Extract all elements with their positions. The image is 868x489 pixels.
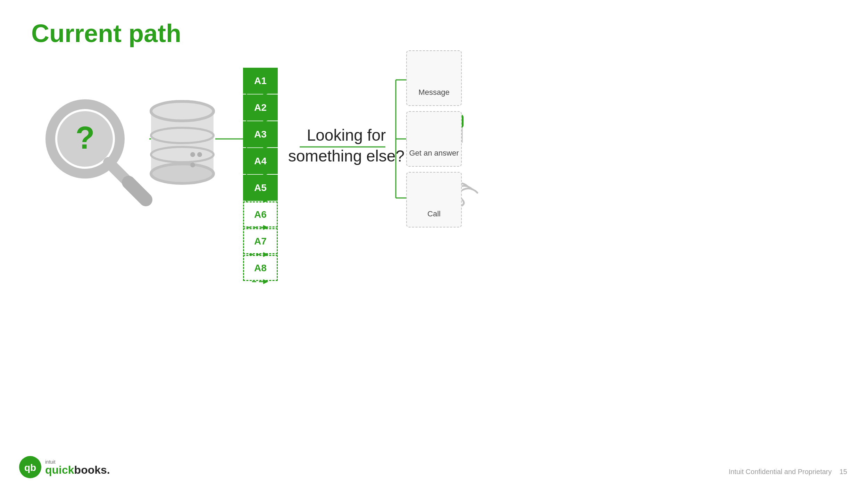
svg-point-13: [190, 152, 195, 157]
svg-line-4: [128, 182, 146, 200]
qb-logo-icon: qb: [19, 456, 42, 479]
answers-column: A1 A2 A3 A4 A5 A6 A7 A8: [243, 68, 278, 282]
svg-point-7: [151, 101, 214, 121]
answer-box-a7: A7: [243, 228, 278, 254]
get-answer-option-box: Get an answer: [406, 111, 462, 167]
svg-point-1: [57, 111, 113, 167]
svg-point-11: [151, 128, 214, 143]
answer-box-a8: A8: [243, 255, 278, 281]
magnifier-icon: ?: [50, 104, 146, 200]
database-icon: [151, 101, 214, 183]
svg-point-0: [50, 104, 120, 174]
message-option-box: Message: [406, 50, 462, 106]
footer: qb intuit quickbooks.: [19, 456, 110, 479]
svg-point-16: [151, 101, 214, 121]
svg-marker-6: [181, 136, 186, 141]
svg-text:?: ?: [76, 121, 95, 155]
call-option-box: Call: [406, 172, 462, 227]
svg-rect-9: [151, 111, 214, 174]
answer-box-a4: A4: [243, 148, 278, 174]
svg-point-14: [197, 152, 202, 157]
svg-line-3: [109, 163, 132, 186]
footer-confidential: Intuit Confidential and Proprietary 15: [729, 468, 847, 476]
call-option-label: Call: [427, 209, 441, 219]
message-option-label: Message: [418, 88, 449, 98]
answer-box-a6: A6: [243, 201, 278, 227]
quickbooks-logo: qb intuit quickbooks.: [19, 456, 110, 479]
options-container: Message Get an answer Call: [406, 50, 462, 227]
page-title: Current path: [31, 19, 181, 48]
svg-point-8: [151, 101, 214, 121]
answer-box-a3: A3: [243, 121, 278, 147]
svg-point-12: [151, 147, 214, 162]
qb-brand-text: quickbooks.: [45, 464, 110, 475]
svg-text:qb: qb: [24, 462, 36, 473]
svg-point-15: [190, 163, 195, 167]
answer-box-a5: A5: [243, 175, 278, 201]
answer-box-a1: A1: [243, 68, 278, 94]
get-answer-option-label: Get an answer: [409, 148, 459, 158]
svg-point-10: [151, 164, 214, 183]
answer-box-a2: A2: [243, 94, 278, 121]
looking-for-text: Looking for something else?: [288, 125, 404, 167]
